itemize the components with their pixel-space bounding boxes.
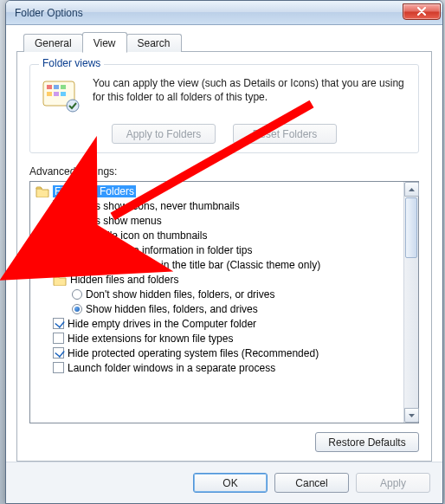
svg-rect-1: [47, 85, 52, 89]
checkbox-icon[interactable]: [53, 244, 64, 255]
restore-defaults-button[interactable]: Restore Defaults: [315, 432, 419, 452]
tree-item-label: Don't show hidden files, folders, or dri…: [86, 288, 274, 300]
tree-item[interactable]: Hidden files and folders: [32, 272, 402, 287]
scroll-up-button[interactable]: [404, 182, 419, 197]
tree-item[interactable]: Hide empty drives in the Computer folder: [32, 316, 402, 331]
close-icon: [416, 7, 427, 16]
chevron-up-icon: [408, 187, 416, 192]
folder-views-text: You can apply the view (such as Details …: [93, 75, 410, 115]
tab-general[interactable]: General: [23, 34, 83, 52]
tree-item-label: Display file size information in folder …: [68, 244, 252, 256]
scrollbar[interactable]: [403, 182, 418, 423]
svg-rect-3: [61, 85, 66, 89]
tree-item-label: Hide empty drives in the Computer folder: [68, 318, 256, 330]
tree-item-label: Display the full path in the title bar (…: [68, 259, 320, 271]
checkbox-icon[interactable]: [53, 200, 64, 211]
svg-point-7: [67, 100, 79, 112]
dialog-buttons: OK Cancel Apply: [6, 462, 442, 503]
checkbox-icon[interactable]: [53, 318, 64, 329]
svg-rect-6: [61, 92, 66, 96]
tree-root-files-and-folders[interactable]: Files and Folders: [32, 184, 402, 198]
tab-page-view: Folder views You can apply the view (suc…: [16, 52, 432, 462]
tree-item[interactable]: Hide protected operating system files (R…: [32, 346, 402, 360]
tab-search[interactable]: Search: [126, 34, 182, 52]
scroll-down-button[interactable]: [404, 408, 419, 423]
tab-view[interactable]: View: [82, 32, 127, 53]
tree-item-label: Hide extensions for known file types: [68, 333, 233, 345]
titlebar[interactable]: Folder Options: [6, 1, 442, 25]
checkbox-icon[interactable]: [53, 215, 64, 226]
advanced-settings-label: Advanced settings:: [29, 165, 419, 178]
close-button[interactable]: [403, 3, 441, 20]
apply-to-folders-button[interactable]: Apply to Folders: [112, 124, 216, 144]
svg-rect-4: [47, 92, 52, 96]
radio-icon[interactable]: [72, 289, 82, 300]
tree-item[interactable]: Display file size information in folder …: [32, 242, 402, 257]
radio-icon[interactable]: [72, 304, 82, 314]
tree-root-label: Files and Folders: [53, 185, 136, 197]
tree-item-label: Show hidden files, folders, and drives: [86, 303, 258, 315]
tree-item[interactable]: Launch folder windows in a separate proc…: [32, 360, 402, 375]
folder-views-legend: Folder views: [39, 57, 104, 69]
tree-item[interactable]: Show hidden files, folders, and drives: [32, 301, 402, 316]
checkbox-icon[interactable]: [53, 347, 64, 359]
apply-button[interactable]: Apply: [356, 473, 430, 493]
checkbox-icon[interactable]: [53, 362, 64, 373]
tree-item-label: Launch folder windows in a separate proc…: [68, 362, 275, 374]
folder-options-window: Folder Options General View Search Folde…: [5, 0, 443, 504]
window-title: Folder Options: [15, 7, 83, 19]
ok-button[interactable]: OK: [193, 473, 268, 493]
tree-item[interactable]: Display file icon on thumbnails: [32, 228, 402, 242]
tree-item[interactable]: Always show icons, never thumbnails: [32, 198, 402, 213]
tree-item[interactable]: Hide extensions for known file types: [32, 331, 402, 346]
checkbox-icon[interactable]: [53, 333, 64, 344]
reset-folders-button[interactable]: Reset Folders: [233, 124, 337, 144]
tree-item[interactable]: Don't show hidden files, folders, or dri…: [32, 287, 402, 301]
checkbox-icon[interactable]: [53, 229, 64, 241]
svg-rect-5: [54, 92, 59, 96]
tree-item-label: Always show icons, never thumbnails: [68, 200, 240, 212]
advanced-settings-tree[interactable]: Files and FoldersAlways show icons, neve…: [29, 181, 419, 423]
svg-rect-2: [54, 85, 59, 89]
scroll-thumb[interactable]: [405, 197, 417, 258]
folder-views-icon: [39, 75, 82, 115]
checkbox-icon[interactable]: [53, 259, 64, 270]
tree-item[interactable]: Display the full path in the title bar (…: [32, 257, 402, 272]
tree-item-label: Always show menus: [68, 215, 162, 227]
tree-item-label: Display file icon on thumbnails: [68, 229, 207, 242]
tab-strip: General View Search: [16, 31, 432, 52]
tree-item-label: Hidden files and folders: [70, 274, 178, 286]
cancel-button[interactable]: Cancel: [274, 473, 349, 493]
tree-item[interactable]: Always show menus: [32, 213, 402, 228]
tree-item-label: Hide protected operating system files (R…: [68, 347, 319, 359]
chevron-down-icon: [408, 413, 416, 418]
folder-views-group: Folder views You can apply the view (suc…: [29, 64, 419, 153]
